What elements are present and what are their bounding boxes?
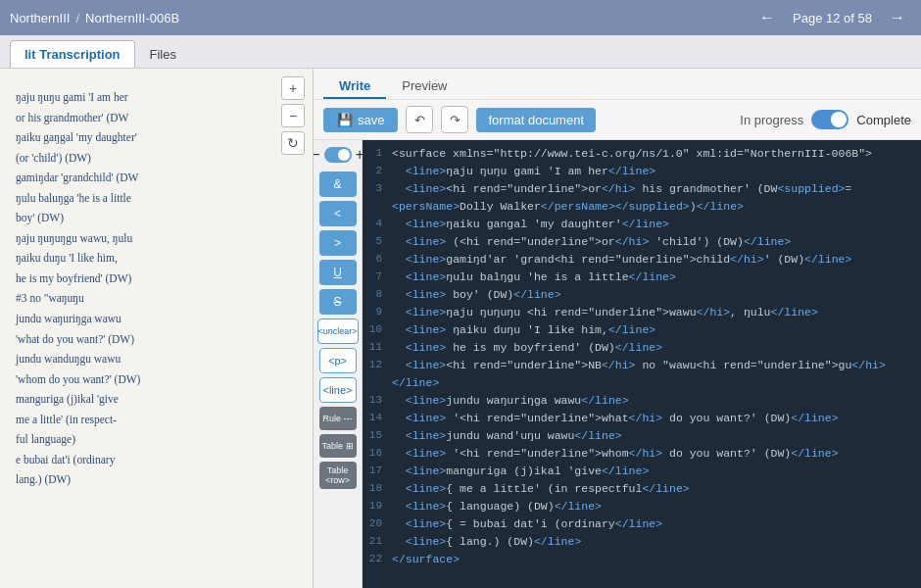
line-number: 6 [363, 253, 392, 265]
breadcrumb-part2[interactable]: NorthernIII-006B [85, 11, 179, 25]
redo-button[interactable]: ↷ [441, 106, 468, 133]
editor-toolbar: 💾 save ↶ ↷ format document In progress C… [314, 100, 921, 140]
p-button[interactable]: <p> [319, 348, 357, 373]
editor-panel: Write Preview 💾 save ↶ ↷ format document… [314, 69, 921, 588]
code-line: 18 <line>{ me a little' (in respectful</… [363, 481, 921, 499]
line-content: </line> [392, 376, 921, 389]
code-line: 12 <line><hi rend="underline">NB</hi> no… [363, 358, 921, 375]
table-row-button[interactable]: Table <row> [319, 462, 357, 489]
write-tab[interactable]: Write [323, 74, 386, 99]
code-line: 8 <line> boy' (DW)</line> [363, 287, 921, 305]
code-line: 10 <line> ŋaiku duŋu 'I like him,</line> [363, 322, 921, 340]
manuscript-line: me a little' (in respect- [16, 411, 297, 430]
code-line: 16 <line> '<hi rend="underline">whom</hi… [363, 446, 921, 464]
save-button[interactable]: 💾 save [323, 108, 398, 132]
code-line: 6 <line>gamiŋd'ar 'grand<hi rend="underl… [363, 252, 921, 270]
manuscript-line: manguriga (j)ikal 'give [16, 390, 297, 410]
page-info: Page 12 of 58 [793, 11, 872, 25]
line-content: <line>{ language) (DW)</line> [392, 500, 921, 513]
save-icon: 💾 [337, 113, 353, 127]
format-button[interactable]: format document [476, 108, 596, 132]
manuscript-line: ŋaiku duŋu 'I like him, [16, 249, 297, 269]
line-content: <line>{ me a little' (in respectful</lin… [392, 482, 921, 495]
manuscript-line: 'whom do you want?' (DW) [16, 370, 297, 390]
line-content: <line> he is my boyfriend' (DW)</line> [392, 341, 921, 354]
undo-button[interactable]: ↶ [406, 106, 433, 133]
line-content: <persName>Dolly Walker</persName></suppl… [392, 200, 921, 213]
manuscript-line: ŋaju ŋuŋu gami 'I am her [16, 88, 297, 108]
line-number: 13 [363, 394, 392, 406]
line-number: 17 [363, 465, 392, 476]
line-content: <line> '<hi rend="underline">what</hi> d… [392, 412, 921, 424]
minus-zoom-button[interactable]: − [314, 146, 322, 164]
line-content: <line> ŋaiku duŋu 'I like him,</line> [392, 323, 921, 336]
line-number: 20 [363, 517, 392, 529]
line-content: <line>manguriga (j)ikal 'give</line> [392, 465, 921, 477]
breadcrumb-part1[interactable]: NorthernIII [10, 11, 70, 25]
line-number: 22 [363, 553, 392, 564]
line-number: 16 [363, 447, 392, 459]
line-number: 19 [363, 500, 392, 512]
breadcrumb-separator: / [75, 11, 79, 25]
line-number: 15 [363, 429, 392, 441]
line-content: <line> (<hi rend="underline">or</hi> 'ch… [392, 235, 921, 248]
greater-than-button[interactable]: > [319, 230, 357, 256]
line-content: <line> '<hi rend="underline">whom</hi> d… [392, 447, 921, 460]
breadcrumb: NorthernIII / NorthernIII-006B [10, 11, 179, 25]
line-content: <line>{ lang.) (DW)</line> [392, 535, 921, 548]
zoom-out-button[interactable]: − [281, 104, 305, 127]
prev-page-button[interactable]: ← [753, 7, 781, 28]
code-line: 3 <line><hi rend="underline">or</hi> his… [363, 181, 921, 199]
manuscript-line: lang.) (DW) [16, 470, 297, 490]
ampersand-button[interactable]: & [319, 172, 357, 197]
manuscript-panel: + − ↻ ŋaju ŋuŋu gami 'I am heror his gra… [0, 69, 314, 588]
line-content: <line> boy' (DW)</line> [392, 288, 921, 301]
code-line: 7 <line>ŋulu balŋgu 'he is a little</lin… [363, 270, 921, 287]
complete-label: Complete [856, 113, 911, 127]
status-area: In progress Complete [740, 110, 911, 129]
write-preview-tab-bar: Write Preview [314, 69, 921, 100]
line-number: 7 [363, 270, 392, 282]
code-line: 21 <line>{ lang.) (DW)</line> [363, 534, 921, 552]
line-number: 10 [363, 323, 392, 335]
underline-button[interactable]: U [319, 260, 357, 285]
zoom-toggle[interactable] [324, 147, 352, 163]
code-line: 11 <line> he is my boyfriend' (DW)</line… [363, 340, 921, 358]
line-number: 3 [363, 182, 392, 194]
rule-button[interactable]: Rule --- [319, 407, 357, 430]
table-button[interactable]: Table ⊞ [319, 434, 357, 458]
main-content: + − ↻ ŋaju ŋuŋu gami 'I am heror his gra… [0, 69, 921, 588]
line-number: 5 [363, 235, 392, 247]
line-content: <line>ŋulu balŋgu 'he is a little</line> [392, 270, 921, 283]
manuscript-line: e bubai dat'i (ordinary [16, 451, 297, 470]
line-content: <surface xmlns="http://www.tei-c.org/ns/… [392, 147, 921, 160]
less-than-button[interactable]: < [319, 201, 357, 226]
code-line: </line> [363, 375, 921, 393]
next-page-button[interactable]: → [884, 7, 911, 28]
manuscript-line: 'what do you want?' (DW) [16, 330, 297, 350]
preview-tab[interactable]: Preview [386, 74, 462, 99]
code-editor[interactable]: 1<surface xmlns="http://www.tei-c.org/ns… [363, 140, 921, 588]
line-number: 11 [363, 341, 392, 353]
manuscript-line: ŋaju ŋuŋuŋgu wawu, ŋulu [16, 229, 297, 249]
code-line: 4 <line>ŋaiku gangal 'my daughter'</line… [363, 217, 921, 234]
zoom-in-button[interactable]: + [281, 76, 305, 100]
tab-transcription[interactable]: lit Transcription [10, 40, 135, 68]
code-line: 15 <line>jundu wand'uŋu wawu</line> [363, 428, 921, 446]
line-content: <line>ŋaiku gangal 'my daughter'</line> [392, 218, 921, 230]
toggle-knob [831, 112, 847, 127]
line-number: 14 [363, 412, 392, 423]
line-number: 12 [363, 359, 392, 370]
refresh-button[interactable]: ↻ [281, 131, 305, 155]
status-toggle[interactable] [811, 110, 848, 129]
top-bar-right: ← Page 12 of 58 → [753, 7, 911, 28]
tab-bar: lit Transcription Files [0, 35, 921, 69]
unclear-button[interactable]: <unclear> [317, 318, 359, 344]
tab-files[interactable]: Files [135, 40, 191, 68]
line-number: 9 [363, 306, 392, 318]
manuscript-line: boy' (DW) [16, 209, 297, 228]
line-content: <line>jundu waŋuriŋga wawu</line> [392, 394, 921, 407]
strikethrough-button[interactable]: S [319, 289, 357, 315]
line-number: 2 [363, 165, 392, 176]
line-button[interactable]: <line> [319, 377, 357, 403]
